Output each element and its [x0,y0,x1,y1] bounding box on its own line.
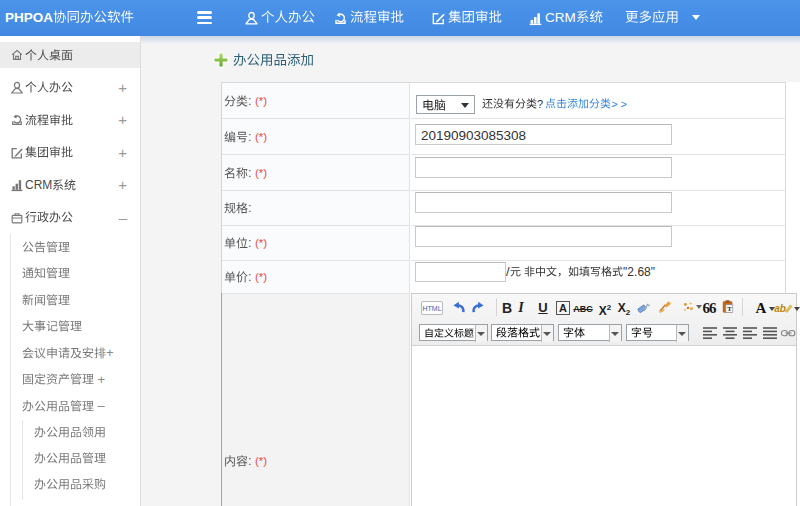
svg-text:T: T [727,305,732,312]
